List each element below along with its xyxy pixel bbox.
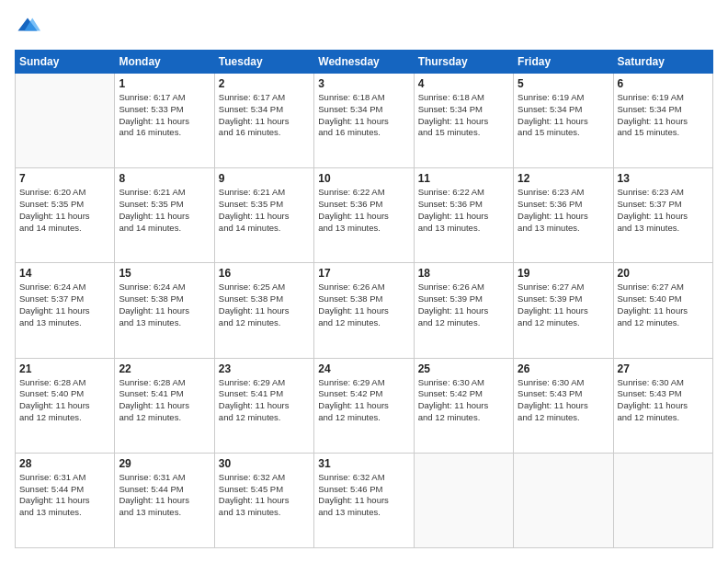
day-info: Sunrise: 6:18 AM [318,92,409,104]
day-info: and 15 minutes. [418,127,509,139]
day-info: and 12 minutes. [219,317,310,329]
day-number: 7 [19,172,110,185]
calendar-cell: 30Sunrise: 6:32 AMSunset: 5:45 PMDayligh… [214,453,313,547]
day-number: 21 [19,362,110,375]
calendar-cell: 4Sunrise: 6:18 AMSunset: 5:34 PMDaylight… [414,74,513,168]
calendar-cell: 9Sunrise: 6:21 AMSunset: 5:35 PMDaylight… [214,168,313,263]
day-info: and 14 minutes. [119,223,210,235]
day-number: 27 [618,362,709,375]
day-info: Daylight: 11 hours [119,211,210,223]
calendar-cell: 28Sunrise: 6:31 AMSunset: 5:44 PMDayligh… [16,453,115,547]
day-number: 15 [119,267,210,280]
calendar-cell: 11Sunrise: 6:22 AMSunset: 5:36 PMDayligh… [414,168,513,263]
calendar-cell: 14Sunrise: 6:24 AMSunset: 5:37 PMDayligh… [16,263,115,358]
day-number: 8 [119,172,210,185]
day-info: Daylight: 11 hours [418,211,509,223]
col-header-wednesday: Wednesday [314,51,414,74]
day-info: Sunrise: 6:25 AM [219,282,310,293]
col-header-sunday: Sunday [16,51,115,74]
logo-icon [15,15,40,40]
day-info: Daylight: 11 hours [219,211,310,223]
day-number: 16 [219,267,310,280]
day-info: and 13 minutes. [318,223,409,235]
calendar-cell: 7Sunrise: 6:20 AMSunset: 5:35 PMDaylight… [16,168,115,263]
day-info: Sunrise: 6:31 AM [119,472,210,484]
day-number: 28 [19,457,110,470]
col-header-monday: Monday [115,51,214,74]
day-info: Sunrise: 6:28 AM [19,377,110,389]
calendar-cell: 13Sunrise: 6:23 AMSunset: 5:37 PMDayligh… [613,168,712,263]
day-info: Daylight: 11 hours [518,400,609,412]
day-info: Sunrise: 6:24 AM [19,282,110,293]
day-info: and 12 minutes. [418,317,509,329]
day-info: and 13 minutes. [518,223,609,235]
day-info: Sunrise: 6:30 AM [618,377,709,389]
day-number: 5 [518,77,609,90]
calendar-cell: 29Sunrise: 6:31 AMSunset: 5:44 PMDayligh… [115,453,214,547]
day-info: Daylight: 11 hours [518,305,609,317]
day-info: Sunset: 5:34 PM [418,104,509,116]
page: SundayMondayTuesdayWednesdayThursdayFrid… [0,0,728,563]
day-info: Sunset: 5:34 PM [219,104,310,116]
calendar-cell: 27Sunrise: 6:30 AMSunset: 5:43 PMDayligh… [613,358,712,453]
day-number: 26 [518,362,609,375]
day-info: Daylight: 11 hours [618,116,709,128]
day-info: Daylight: 11 hours [418,305,509,317]
header [15,15,713,40]
day-info: Sunset: 5:39 PM [518,293,609,305]
day-info: Sunset: 5:36 PM [418,199,509,211]
day-info: Daylight: 11 hours [618,211,709,223]
calendar-cell: 8Sunrise: 6:21 AMSunset: 5:35 PMDaylight… [115,168,214,263]
day-info: Daylight: 11 hours [219,495,310,507]
calendar-cell: 1Sunrise: 6:17 AMSunset: 5:33 PMDaylight… [115,74,214,168]
day-info: and 15 minutes. [618,127,709,139]
day-info: Daylight: 11 hours [418,400,509,412]
calendar-cell: 22Sunrise: 6:28 AMSunset: 5:41 PMDayligh… [115,358,214,453]
day-info: Sunrise: 6:22 AM [418,187,509,199]
day-info: Daylight: 11 hours [119,400,210,412]
day-info: Daylight: 11 hours [119,495,210,507]
day-info: Daylight: 11 hours [318,495,409,507]
day-info: and 12 minutes. [618,317,709,329]
day-info: Sunrise: 6:27 AM [618,282,709,293]
day-info: Sunrise: 6:19 AM [518,92,609,104]
day-info: Sunset: 5:36 PM [518,199,609,211]
day-info: and 13 minutes. [119,507,210,519]
day-info: Sunrise: 6:19 AM [618,92,709,104]
day-info: Sunrise: 6:21 AM [119,187,210,199]
day-info: Sunrise: 6:26 AM [318,282,409,293]
calendar-cell: 5Sunrise: 6:19 AMSunset: 5:34 PMDaylight… [514,74,613,168]
calendar-cell: 2Sunrise: 6:17 AMSunset: 5:34 PMDaylight… [214,74,313,168]
calendar-cell [613,453,712,547]
calendar-cell: 18Sunrise: 6:26 AMSunset: 5:39 PMDayligh… [414,263,513,358]
day-info: Sunrise: 6:22 AM [318,187,409,199]
day-number: 22 [119,362,210,375]
day-info: and 16 minutes. [219,127,310,139]
day-info: Sunset: 5:33 PM [119,104,210,116]
day-number: 1 [119,77,210,90]
day-info: and 12 minutes. [618,412,709,424]
day-info: Sunset: 5:43 PM [618,388,709,400]
day-info: Sunset: 5:41 PM [219,388,310,400]
day-info: Sunrise: 6:31 AM [19,472,110,484]
day-info: Sunset: 5:34 PM [618,104,709,116]
calendar-cell: 25Sunrise: 6:30 AMSunset: 5:42 PMDayligh… [414,358,513,453]
logo [15,15,44,40]
day-info: and 16 minutes. [318,127,409,139]
day-info: Sunset: 5:42 PM [418,388,509,400]
day-info: and 14 minutes. [19,223,110,235]
calendar-cell: 20Sunrise: 6:27 AMSunset: 5:40 PMDayligh… [613,263,712,358]
day-number: 31 [318,457,409,470]
calendar-cell [16,74,115,168]
day-number: 13 [618,172,709,185]
day-info: Sunset: 5:38 PM [318,293,409,305]
calendar-cell: 12Sunrise: 6:23 AMSunset: 5:36 PMDayligh… [514,168,613,263]
day-info: Sunrise: 6:26 AM [418,282,509,293]
col-header-friday: Friday [514,51,613,74]
day-info: Daylight: 11 hours [219,116,310,128]
day-info: Sunrise: 6:24 AM [119,282,210,293]
calendar-cell: 24Sunrise: 6:29 AMSunset: 5:42 PMDayligh… [314,358,414,453]
day-info: Daylight: 11 hours [19,400,110,412]
day-info: Daylight: 11 hours [518,211,609,223]
day-info: Daylight: 11 hours [119,116,210,128]
